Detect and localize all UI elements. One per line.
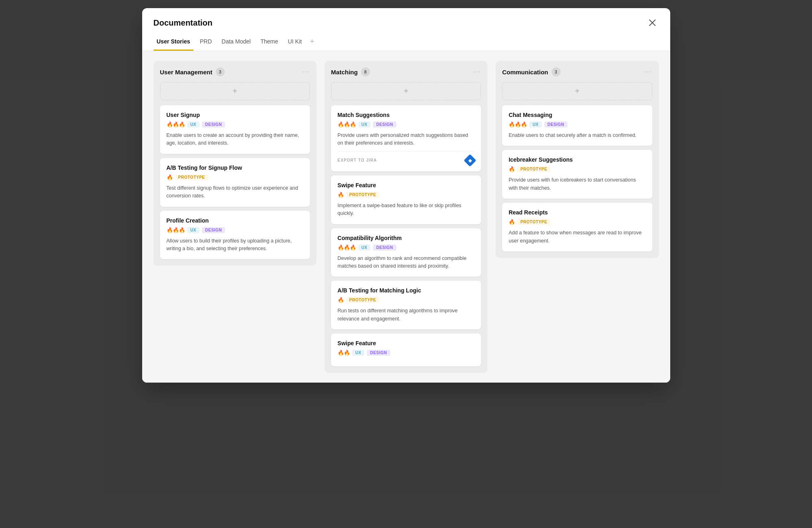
jira-icon[interactable]: ◆ [464,154,476,167]
card-profile-creation-title: Profile Creation [167,217,303,224]
card-ab-testing-matching-tags: 🔥 PROTOTYPE [338,297,474,303]
tag-fire: 🔥🔥🔥 [338,245,356,251]
tag-prototype: PROTOTYPE [517,166,550,172]
column-communication-title-row: Communication 3 [502,67,560,76]
card-match-suggestions-tags: 🔥🔥🔥 UX DESIGN [338,121,474,128]
column-communication-menu[interactable]: ··· [644,68,652,76]
column-communication-header: Communication 3 ··· [502,67,652,76]
close-icon [649,19,656,26]
tab-ui-kit[interactable]: UI Kit [285,33,305,51]
tag-design: DESIGN [544,121,567,128]
card-ab-testing-matching: A/B Testing for Matching Logic 🔥 PROTOTY… [331,281,481,329]
card-read-receipts-desc: Add a feature to show when messages are … [509,229,645,245]
card-chat-messaging-tags: 🔥🔥🔥 UX DESIGN [509,121,645,128]
modal-header: Documentation [142,8,670,29]
tag-design: DESIGN [202,121,225,128]
card-swipe-feature-2-tags: 🔥🔥 UX DESIGN [338,350,474,356]
card-chat-messaging: Chat Messaging 🔥🔥🔥 UX DESIGN Enable user… [502,105,652,146]
tag-ux: UX [187,121,200,128]
card-swipe-feature-title: Swipe Feature [338,182,474,188]
column-communication-title: Communication [502,69,548,76]
card-icebreaker-suggestions: Icebreaker Suggestions 🔥 PROTOTYPE Provi… [502,150,652,199]
column-matching-header: Matching 8 ··· [331,67,481,76]
tag-prototype: PROTOTYPE [346,192,379,198]
tab-prd[interactable]: PRD [197,33,215,51]
modal-title: Documentation [154,18,213,28]
export-label: EXPORT TO JIRA [338,158,377,162]
column-communication: Communication 3 ··· + Chat Messaging 🔥🔥🔥… [496,61,658,258]
card-ab-testing-matching-desc: Run tests on different matching algorith… [338,307,474,323]
tag-ux: UX [529,121,542,128]
card-compatibility-algorithm-title: Compatibility Algorithm [338,235,474,241]
kanban-board: User Management 3 ··· + User Signup 🔥🔥🔥 … [154,61,659,373]
card-ab-testing-matching-title: A/B Testing for Matching Logic [338,287,474,294]
card-user-signup-tags: 🔥🔥🔥 UX DESIGN [167,121,303,128]
tag-prototype: PROTOTYPE [346,297,379,303]
modal-body: User Management 3 ··· + User Signup 🔥🔥🔥 … [142,51,670,383]
card-swipe-feature-tags: 🔥 PROTOTYPE [338,192,474,198]
column-matching: Matching 8 ··· + Match Suggestions 🔥🔥🔥 U… [325,61,487,373]
card-chat-messaging-desc: Enable users to chat securely after a ma… [509,132,645,139]
add-card-communication[interactable]: + [502,82,652,100]
card-compatibility-algorithm-desc: Develop an algorithm to rank and recomme… [338,255,474,270]
tab-theme[interactable]: Theme [257,33,281,51]
card-compatibility-algorithm: Compatibility Algorithm 🔥🔥🔥 UX DESIGN De… [331,228,481,277]
tag-prototype: PROTOTYPE [517,219,550,225]
column-user-management-menu[interactable]: ··· [302,68,310,76]
tag-fire: 🔥 [338,192,344,198]
tag-ux: UX [358,121,371,128]
card-compatibility-algorithm-tags: 🔥🔥🔥 UX DESIGN [338,245,474,251]
tab-user-stories[interactable]: User Stories [154,33,193,51]
column-matching-menu[interactable]: ··· [473,68,481,76]
card-swipe-feature-2: Swipe Feature 🔥🔥 UX DESIGN [331,333,481,366]
card-ab-testing-signup: A/B Testing for Signup Flow 🔥 PROTOTYPE … [160,158,310,207]
card-read-receipts-title: Read Receipts [509,209,645,216]
card-match-suggestions-title: Match Suggestions [338,112,474,118]
add-card-user-management[interactable]: + [160,82,310,100]
documentation-modal: Documentation User Stories PRD Data Mode… [142,8,670,383]
tag-fire: 🔥🔥🔥 [509,121,527,128]
tag-fire: 🔥 [167,174,173,180]
column-matching-count: 8 [361,67,370,76]
column-matching-title-row: Matching 8 [331,67,370,76]
card-profile-creation: Profile Creation 🔥🔥🔥 UX DESIGN Allow use… [160,211,310,260]
card-match-suggestions: Match Suggestions 🔥🔥🔥 UX DESIGN Provide … [331,105,481,171]
tag-fire: 🔥 [509,219,515,225]
tag-ux: UX [358,245,371,251]
card-chat-messaging-title: Chat Messaging [509,112,645,118]
column-communication-count: 3 [552,67,561,76]
tag-fire: 🔥 [338,297,344,303]
tab-bar: User Stories PRD Data Model Theme UI Kit… [142,32,670,51]
column-user-management-title: User Management [160,69,212,76]
card-swipe-feature: Swipe Feature 🔥 PROTOTYPE Implement a sw… [331,175,481,224]
card-user-signup-title: User Signup [167,112,303,118]
tag-design: DESIGN [373,245,396,251]
column-matching-title: Matching [331,69,358,76]
card-ab-testing-signup-tags: 🔥 PROTOTYPE [167,174,303,180]
tag-fire: 🔥🔥🔥 [167,121,185,128]
column-user-management-header: User Management 3 ··· [160,67,310,76]
close-button[interactable] [646,16,659,29]
card-ab-testing-signup-title: A/B Testing for Signup Flow [167,164,303,171]
tag-prototype: PROTOTYPE [175,174,208,180]
tag-design: DESIGN [202,227,225,233]
card-profile-creation-tags: 🔥🔥🔥 UX DESIGN [167,227,303,233]
card-ab-testing-signup-desc: Test different signup flows to optimize … [167,184,303,200]
tab-add-button[interactable]: + [308,32,316,51]
tag-fire: 🔥🔥🔥 [338,121,356,128]
tag-fire: 🔥🔥🔥 [167,227,185,233]
tag-fire: 🔥🔥 [338,350,350,356]
tab-data-model[interactable]: Data Model [219,33,254,51]
add-card-matching[interactable]: + [331,82,481,100]
card-icebreaker-suggestions-title: Icebreaker Suggestions [509,156,645,163]
modal-overlay: Documentation User Stories PRD Data Mode… [0,0,812,528]
card-match-suggestions-desc: Provide users with personalized match su… [338,132,474,147]
card-swipe-feature-desc: Implement a swipe-based feature to like … [338,202,474,218]
card-profile-creation-desc: Allow users to build their profiles by u… [167,237,303,253]
export-to-jira-bar: EXPORT TO JIRA ◆ [338,151,474,165]
card-icebreaker-suggestions-desc: Provide users with fun icebreakers to st… [509,176,645,192]
tag-ux: UX [187,227,200,233]
tag-design: DESIGN [373,121,396,128]
card-swipe-feature-2-title: Swipe Feature [338,340,474,346]
column-title-row: User Management 3 [160,67,225,76]
